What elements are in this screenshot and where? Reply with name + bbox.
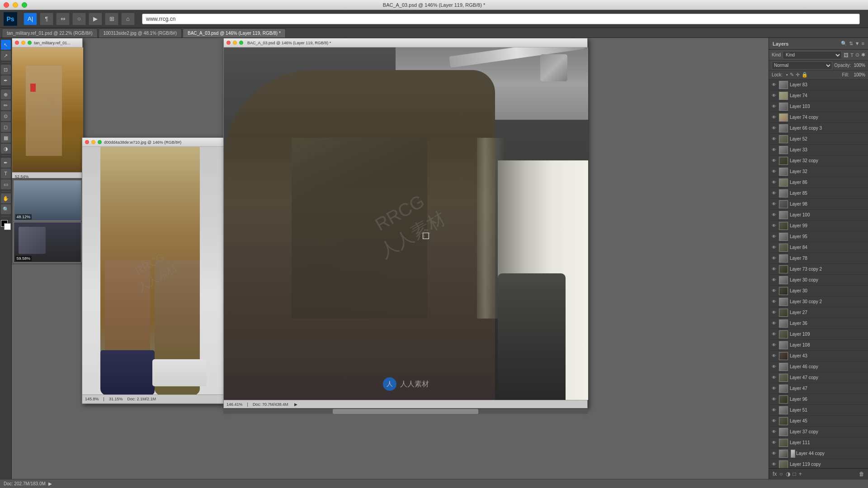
tool-gradient[interactable]: ▦: [1, 133, 11, 143]
kind-icon-3[interactable]: ⊙: [855, 52, 859, 58]
tool-eyedrop[interactable]: ✒: [1, 75, 11, 85]
layer-eye[interactable]: 👁: [771, 114, 777, 121]
layer-eye[interactable]: 👁: [771, 223, 777, 229]
layer-eye[interactable]: 👁: [771, 212, 777, 218]
soldier-maximize[interactable]: [98, 140, 102, 144]
tool-selection[interactable]: ↖: [1, 40, 11, 50]
layer-eye[interactable]: 👁: [771, 407, 777, 413]
layer-item[interactable]: 👁 Layer 95: [769, 231, 868, 242]
layer-eye[interactable]: 👁: [771, 244, 777, 251]
tab-military-ref[interactable]: tan_military.ref_01.psd @ 22.2% (RGB/8#): [2, 28, 98, 38]
tool-shape[interactable]: ▭: [1, 179, 11, 189]
layer-item[interactable]: 👁 Layer 32: [769, 166, 868, 177]
layer-eye[interactable]: 👁: [771, 461, 777, 468]
tool-btn-grid[interactable]: ⊞: [105, 13, 118, 25]
tool-zoom[interactable]: 🔍: [1, 204, 11, 214]
layer-item[interactable]: 👁 Layer 36: [769, 318, 868, 329]
panel-icon-sort[interactable]: ⇅: [849, 41, 853, 47]
layer-item[interactable]: 👁 Layer 100: [769, 210, 868, 221]
layer-item[interactable]: 👁 Layer 119 copy: [769, 459, 868, 468]
layer-item[interactable]: 👁 Layer 30 copy: [769, 275, 868, 286]
kind-select[interactable]: Kind: [783, 51, 842, 59]
layer-item[interactable]: 👁 Layer 83: [769, 80, 868, 90]
tool-btn-play[interactable]: ▶: [89, 13, 102, 25]
layer-item[interactable]: 👁 Layer 78: [769, 253, 868, 264]
layer-item-44copy[interactable]: 👁 Layer 44 copy: [769, 448, 868, 459]
layer-item[interactable]: 👁 Layer 33: [769, 145, 868, 155]
layer-eye[interactable]: 👁: [771, 234, 777, 240]
layer-eye[interactable]: 👁: [771, 429, 777, 435]
layer-item[interactable]: 👁 Layer 32 copy: [769, 155, 868, 166]
layer-item[interactable]: 👁 Layer 99: [769, 221, 868, 231]
layer-item[interactable]: 👁 Layer 98: [769, 199, 868, 210]
layer-eye[interactable]: 👁: [771, 331, 777, 338]
layer-fx-icon[interactable]: fx: [773, 471, 777, 477]
panel-icon-menu[interactable]: ≡: [862, 41, 864, 47]
tool-btn-paragraph[interactable]: ¶: [40, 13, 53, 25]
layer-eye[interactable]: 👁: [771, 103, 777, 110]
main-minimize[interactable]: [233, 41, 237, 45]
close-button[interactable]: [4, 2, 9, 8]
tool-dodge[interactable]: ◑: [1, 144, 11, 154]
layer-delete-icon[interactable]: 🗑: [859, 471, 864, 477]
layer-item[interactable]: 👁 Layer 84: [769, 242, 868, 253]
ref-maximize[interactable]: [28, 41, 32, 45]
tool-text[interactable]: T: [1, 169, 11, 178]
thumbnail-1[interactable]: 48.12%: [14, 180, 81, 221]
layer-eye[interactable]: 👁: [771, 364, 777, 370]
tool-btn-ai[interactable]: A|: [24, 13, 37, 25]
layer-item[interactable]: 👁 Layer 45: [769, 416, 868, 427]
layer-eye[interactable]: 👁: [771, 93, 777, 99]
layer-eye[interactable]: 👁: [771, 169, 777, 175]
tool-heal[interactable]: ⊕: [1, 89, 11, 99]
layer-eye[interactable]: 👁: [771, 201, 777, 207]
layer-eye[interactable]: 👁: [771, 179, 777, 186]
layer-eye[interactable]: 👁: [771, 385, 777, 392]
tool-btn-move[interactable]: ⇔: [56, 13, 70, 25]
layer-item[interactable]: 👁 Layer 86: [769, 177, 868, 188]
layer-eye[interactable]: 👁: [771, 342, 777, 348]
ref-minimize[interactable]: [21, 41, 25, 45]
lock-image[interactable]: ✎: [790, 72, 794, 78]
tab-100313[interactable]: 100313side2.jpg @ 48.1% (RGB/8#): [99, 28, 182, 38]
layer-eye[interactable]: 👁: [771, 418, 777, 424]
layer-item[interactable]: 👁 Layer 85: [769, 188, 868, 199]
soldier-minimize[interactable]: [91, 140, 95, 144]
layer-eye[interactable]: 👁: [771, 288, 777, 294]
tool-hand[interactable]: ✋: [1, 193, 11, 203]
tool-direct[interactable]: ↗: [1, 51, 11, 61]
layer-eye[interactable]: 👁: [771, 255, 777, 262]
layer-item[interactable]: 👁 Layer 37 copy: [769, 427, 868, 437]
lock-position[interactable]: ✛: [796, 72, 800, 78]
lock-all[interactable]: 🔒: [802, 72, 808, 78]
tool-brush[interactable]: ✏: [1, 100, 11, 110]
layer-item[interactable]: 👁 Layer 108: [769, 340, 868, 351]
kind-icon-4[interactable]: ✱: [861, 52, 865, 58]
main-close[interactable]: [226, 41, 231, 45]
layer-eye[interactable]: 👁: [771, 277, 777, 283]
layer-item[interactable]: 👁 Layer 73 copy 2: [769, 264, 868, 275]
ref-close[interactable]: [15, 41, 19, 45]
layer-eye[interactable]: 👁: [771, 125, 777, 131]
minimize-button[interactable]: [13, 2, 18, 8]
layer-item[interactable]: 👁 Layer 74: [769, 90, 868, 101]
lock-transparent[interactable]: ▪: [786, 72, 788, 78]
layer-eye[interactable]: 👁: [771, 266, 777, 272]
layer-item[interactable]: 👁 Layer 111: [769, 437, 868, 448]
layer-eye[interactable]: 👁: [771, 136, 777, 142]
tool-crop[interactable]: ⊡: [1, 65, 11, 75]
main-scrollbar-thumb-h[interactable]: [333, 409, 478, 414]
layer-eye[interactable]: 👁: [771, 396, 777, 403]
layer-item[interactable]: 👁 Layer 52: [769, 134, 868, 145]
layer-item[interactable]: 👁 Layer 47 copy: [769, 372, 868, 383]
fg-bg-colors[interactable]: [1, 220, 11, 230]
layer-eye[interactable]: 👁: [771, 82, 777, 88]
layer-group-icon[interactable]: □: [793, 471, 796, 477]
layer-eye[interactable]: 👁: [771, 440, 777, 446]
layer-item[interactable]: 👁 Layer 30: [769, 286, 868, 296]
layer-new-icon[interactable]: +: [799, 471, 802, 477]
blend-mode-select[interactable]: Normal: [772, 61, 832, 70]
layer-eye[interactable]: 👁: [771, 353, 777, 359]
maximize-button[interactable]: [22, 2, 27, 8]
layer-item[interactable]: 👁 Layer 30 copy 2: [769, 296, 868, 307]
